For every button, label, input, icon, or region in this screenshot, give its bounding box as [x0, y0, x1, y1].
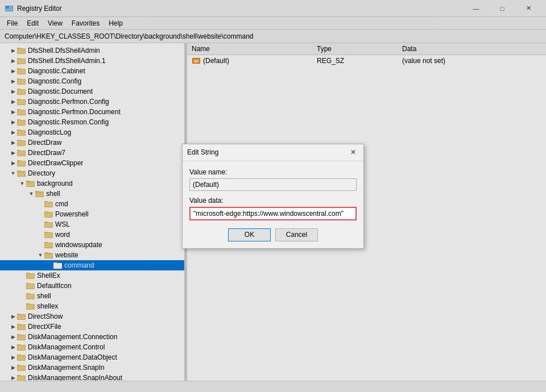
edit-string-dialog: Edit String ✕ Value name: (Default) Valu… [182, 144, 364, 249]
dialog-title-bar: Edit String ✕ [183, 144, 363, 161]
value-name-label: Value name: [189, 168, 357, 176]
dialog-buttons: OK Cancel [189, 228, 357, 241]
cancel-button[interactable]: Cancel [275, 228, 318, 241]
value-data-label: Value data: [189, 197, 357, 205]
dialog-close-button[interactable]: ✕ [348, 147, 359, 158]
value-data-input[interactable] [189, 207, 357, 220]
modal-overlay: Edit String ✕ Value name: (Default) Valu… [0, 0, 546, 392]
dialog-body: Value name: (Default) Value data: OK Can… [183, 161, 363, 248]
ok-button[interactable]: OK [228, 228, 271, 241]
value-name-display: (Default) [189, 178, 357, 191]
dialog-title: Edit String [187, 148, 218, 156]
